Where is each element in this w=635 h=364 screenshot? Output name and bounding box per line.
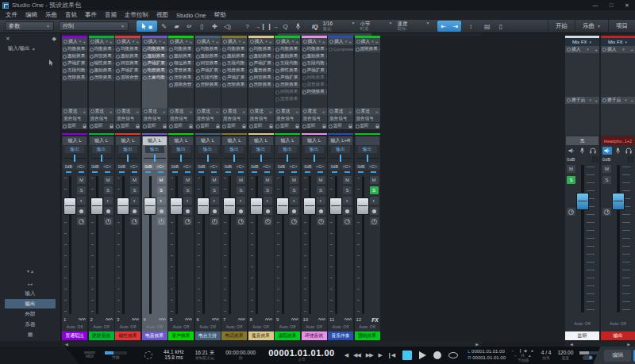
output-route[interactable]: 输出 (278, 146, 297, 153)
add-send-icon[interactable]: + (137, 109, 139, 114)
power-icon[interactable] (302, 55, 306, 59)
close-button[interactable]: ✕ (619, 0, 635, 10)
mute-button[interactable]: M (290, 176, 298, 184)
mute-button[interactable]: M (343, 176, 352, 184)
tempo-link-dropdown[interactable]: 速度▼ 联动 (395, 21, 431, 33)
insert-slot[interactable]: 压限效果▼ (62, 74, 87, 81)
monitor-toggle[interactable] (583, 355, 593, 360)
cue-send-slot[interactable]: 监听 (221, 122, 247, 129)
channel-fader[interactable] (197, 174, 210, 316)
pan-control[interactable] (144, 155, 166, 162)
power-icon[interactable] (275, 62, 279, 66)
solo-button[interactable]: S (370, 186, 379, 194)
automation-mode[interactable]: Auto: Off (62, 324, 87, 331)
channel-name-label[interactable]: 童声效果 (168, 331, 194, 340)
toolbar-button-乐曲[interactable]: 乐曲▼ (575, 20, 608, 33)
power-icon[interactable] (143, 125, 147, 128)
output-route[interactable]: 输出 (252, 146, 271, 153)
power-icon[interactable] (275, 83, 279, 87)
channel-fader[interactable] (144, 174, 156, 316)
vertical-zoom-icon[interactable]: ↕ (464, 21, 476, 32)
power-icon[interactable] (169, 76, 173, 80)
insert-slot[interactable]: 混响合音▼ (168, 81, 194, 88)
power-icon[interactable] (116, 69, 120, 73)
scroll-left-icon[interactable]: ◀ (65, 342, 68, 347)
power-icon[interactable] (275, 48, 279, 52)
eraser-tool[interactable]: ▰ (171, 21, 183, 32)
add-insert-icon[interactable]: + (322, 40, 325, 44)
input-gain-knob[interactable] (157, 217, 166, 225)
time-signature-display[interactable]: 4 / 4拍号 (541, 351, 552, 360)
power-icon[interactable] (275, 76, 279, 80)
power-icon[interactable] (116, 62, 120, 66)
mute-button[interactable]: M (317, 176, 325, 184)
power-icon[interactable] (275, 55, 279, 59)
power-icon[interactable] (222, 69, 226, 73)
power-icon[interactable] (143, 62, 147, 66)
insert-slot[interactable]: 弹性效果▼ (275, 67, 300, 74)
send-slot[interactable]: 混合信号 (302, 115, 327, 122)
output-route[interactable]: 输出 (358, 146, 377, 153)
input-route[interactable]: 输入 L (249, 136, 273, 145)
insert-slot[interactable]: 混响合音▼ (115, 74, 140, 81)
power-icon[interactable] (116, 48, 120, 52)
send-slot[interactable]: 混合信号 (195, 115, 221, 122)
cue-send-slot[interactable]: 监听 (355, 122, 380, 129)
toolbar-button-项目[interactable]: 项目 (608, 20, 635, 33)
insert-slot[interactable]: Compressor▼ (328, 45, 353, 52)
menu-item-2[interactable]: 编辑 (21, 10, 41, 20)
insert-slot[interactable]: 回管效果▼ (89, 52, 114, 59)
channel-name-label[interactable]: 说唱效果 (275, 331, 300, 340)
cue-send-slot[interactable]: 监听 (195, 122, 221, 129)
channel-fader[interactable] (223, 174, 236, 316)
bank-up-icon[interactable]: ▼▲ (26, 269, 34, 274)
insert-slot[interactable]: 回管效果▼ (248, 74, 274, 81)
input-route[interactable]: 输入 L (196, 136, 220, 145)
add-insert-icon[interactable]: + (269, 40, 271, 44)
insert-slot[interactable]: 压限效果▼ (89, 74, 114, 81)
power-icon[interactable] (222, 62, 226, 66)
fader-handle[interactable] (357, 198, 368, 214)
bank-nav-icon[interactable]: ▸◂ (28, 282, 32, 286)
power-icon[interactable] (169, 69, 173, 73)
menu-item-10[interactable]: 帮助 (210, 10, 230, 20)
listen-tool[interactable]: ◁) (221, 21, 233, 32)
fader-handle[interactable] (64, 198, 75, 214)
track-list-icon[interactable]: ▤ (481, 21, 493, 32)
add-insert-icon[interactable]: + (190, 40, 192, 44)
power-icon[interactable] (356, 48, 360, 52)
add-send-icon[interactable]: + (269, 109, 271, 114)
add-send-icon[interactable]: + (163, 109, 165, 114)
power-icon[interactable] (143, 76, 147, 80)
postfader-header[interactable]: 推子后▼+ (565, 97, 599, 104)
power-icon[interactable] (116, 125, 120, 128)
output-route[interactable]: 输出 (198, 146, 217, 153)
lock-icon[interactable] (269, 124, 273, 129)
power-icon[interactable] (275, 90, 279, 94)
pan-value[interactable]: <C> (208, 163, 220, 170)
record-arm-button[interactable] (210, 207, 219, 215)
send-header[interactable]: 发送+ (89, 108, 114, 115)
loop-range-display[interactable]: L 00001.01.01.00 R 00001.01.01.00 (468, 349, 506, 362)
mono-button[interactable]: ◐ (290, 197, 298, 205)
solo-button[interactable]: S (130, 186, 139, 194)
power-icon[interactable] (249, 55, 253, 59)
insert-slot[interactable]: 激励效果▼ (142, 52, 167, 59)
power-icon[interactable] (196, 76, 200, 80)
mute-button[interactable]: M (77, 176, 86, 184)
talkback-icon[interactable] (578, 147, 587, 155)
mute-button[interactable]: M (130, 176, 139, 184)
master-name-label[interactable]: 监听 (565, 331, 599, 340)
insert-slot[interactable]: 声场扩展▼ (195, 67, 221, 74)
insert-slot[interactable]: 均衡效果▼ (89, 45, 114, 52)
add-insert-icon[interactable]: + (296, 40, 298, 44)
insert-slot[interactable]: 相位效果 3▼ (168, 59, 194, 67)
input-gain-knob[interactable] (370, 217, 379, 225)
insert-slot[interactable]: 回管效果▼ (195, 59, 221, 67)
send-slot[interactable]: 混合信号 (115, 115, 140, 122)
fader-handle[interactable] (144, 198, 156, 214)
menu-item-1[interactable]: 文件 (2, 10, 21, 20)
mute-button[interactable]: M (210, 176, 219, 184)
insert-header[interactable]: 插入▼+ (221, 38, 247, 45)
insert-header[interactable]: 插入▼+ (328, 38, 353, 45)
